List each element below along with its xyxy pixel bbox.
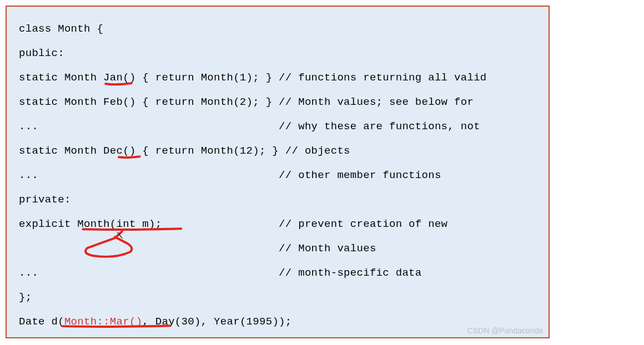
- code-line-3: static Month Jan() { return Month(1); } …: [19, 65, 536, 90]
- code-text: ...: [19, 120, 279, 133]
- code-line-10: // Month values: [19, 236, 536, 261]
- code-comment: // functions returning all valid: [279, 72, 486, 84]
- code-highlight: Month::Mar(): [64, 316, 142, 328]
- code-comment: // Month values: [279, 242, 376, 255]
- code-line-5: ... // why these are functions, not: [19, 114, 536, 139]
- code-line-4: static Month Feb() { return Month(2); } …: [19, 90, 536, 114]
- code-line-7: ... // other member functions: [19, 163, 536, 187]
- code-line-13: Date d(Month::Mar(), Day(30), Year(1995)…: [19, 310, 536, 334]
- code-comment: // month-specific data: [279, 267, 421, 279]
- code-text: ...: [19, 169, 279, 181]
- code-comment: // why these are functions, not: [279, 120, 480, 133]
- code-text: static Month Dec() { return Month(12); }: [19, 145, 285, 157]
- code-comment: // Month values; see below for: [279, 96, 474, 108]
- code-line-11: ... // month-specific data: [19, 261, 536, 285]
- code-line-12: };: [19, 285, 536, 310]
- watermark: CSDN @Pandaconda: [467, 326, 543, 335]
- code-block: class Month { public: static Month Jan()…: [6, 6, 550, 338]
- code-line-9: explicit Month(int m); // prevent creati…: [19, 212, 536, 236]
- code-line-2: public:: [19, 41, 536, 65]
- code-comment: // other member functions: [279, 169, 441, 181]
- code-text: ...: [19, 267, 279, 279]
- code-text: static Month Jan() { return Month(1); }: [19, 72, 279, 84]
- code-text: [19, 242, 279, 255]
- code-text: explicit Month(int m);: [19, 218, 279, 230]
- code-comment: // objects: [285, 145, 350, 157]
- code-comment: // prevent creation of new: [279, 218, 447, 230]
- code-line-1: class Month {: [19, 17, 536, 41]
- code-text: , Day(30), Year(1995));: [142, 316, 291, 328]
- code-text: static Month Feb() { return Month(2); }: [19, 96, 279, 108]
- code-line-6: static Month Dec() { return Month(12); }…: [19, 139, 536, 163]
- code-line-8: private:: [19, 187, 536, 212]
- code-text: Date d(: [19, 316, 64, 328]
